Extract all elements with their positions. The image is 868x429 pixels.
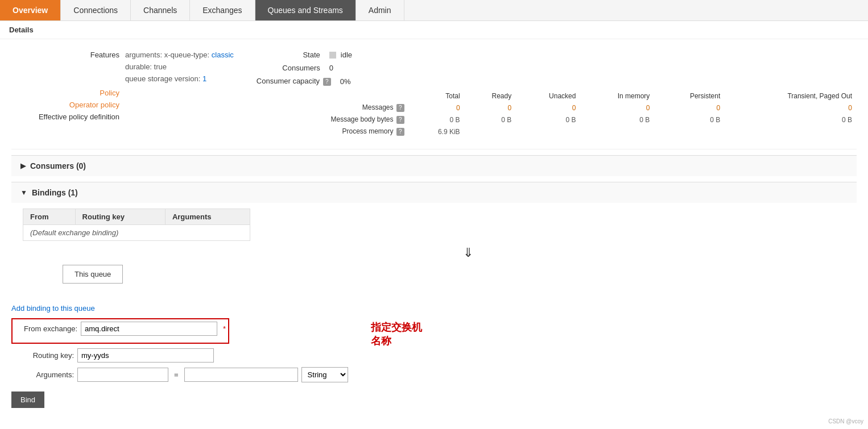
policy-row: Policy <box>11 89 234 97</box>
process-memory-help-icon[interactable]: ? <box>396 128 404 136</box>
features-label: Features <box>11 51 125 59</box>
operator-policy-row: Operator policy <box>11 101 234 109</box>
bindings-col-routing-key: Routing key <box>75 209 165 225</box>
main-content: Features arguments: x-queue-type: classi… <box>0 39 868 419</box>
col-in-memory: In memory <box>580 90 654 102</box>
messages-total: 0 <box>409 102 465 114</box>
col-ready: Ready <box>465 90 516 102</box>
annotation-line1: 指定交换机 <box>371 320 422 334</box>
col-transient: Transient, Paged Out <box>725 90 857 102</box>
bindings-section-label: Bindings (1) <box>32 188 78 197</box>
arguments-value-input[interactable] <box>184 368 298 382</box>
consumers-section-label: Consumers (0) <box>30 161 86 170</box>
arguments-row: Arguments: = String Number Boolean <box>11 367 348 382</box>
bindings-section: ▼ Bindings (1) From Routing key Argument… <box>11 182 857 298</box>
messages-unacked: 0 <box>516 102 580 114</box>
mbb-in-memory: 0 B <box>580 114 654 126</box>
operator-policy-label: Operator policy <box>11 101 125 109</box>
consumer-capacity-value: 0% <box>340 77 351 86</box>
bindings-table-row: (Default exchange binding) <box>23 225 250 241</box>
info-right: State idle Consumers 0 Consumer capacity… <box>257 51 857 138</box>
process-memory-label: Process memory ? <box>257 126 409 138</box>
message-body-bytes-row: Message body bytes ? 0 B 0 B 0 B 0 B 0 B… <box>257 114 857 126</box>
this-queue-box: This queue <box>23 265 845 293</box>
messages-row: Messages ? 0 0 0 0 0 0 <box>257 102 857 114</box>
queue-storage-link[interactable]: 1 <box>202 74 206 83</box>
bindings-col-arguments: Arguments <box>165 209 250 225</box>
bindings-arrow-icon: ▼ <box>20 189 27 197</box>
from-exchange-outline: From exchange: * <box>11 318 229 344</box>
watermark: CSDN @vcoy <box>828 418 863 419</box>
messages-transient: 0 <box>725 102 857 114</box>
state-dot-icon <box>329 52 336 59</box>
col-persistent: Persistent <box>654 90 725 102</box>
nav-connections[interactable]: Connections <box>61 0 131 20</box>
message-body-bytes-help-icon[interactable]: ? <box>396 116 404 124</box>
col-unacked: Unacked <box>516 90 580 102</box>
details-section-label: Details <box>0 21 868 39</box>
info-left: Features arguments: x-queue-type: classi… <box>11 51 234 138</box>
queue-storage-value: queue storage version: 1 <box>125 74 206 83</box>
process-memory-value: 6.9 KiB <box>409 126 465 138</box>
bindings-section-header[interactable]: ▼ Bindings (1) <box>11 182 857 203</box>
x-queue-type-link[interactable]: classic <box>212 51 234 59</box>
from-exchange-row: From exchange: * <box>15 322 226 336</box>
default-exchange-binding: (Default exchange binding) <box>23 225 250 241</box>
effective-policy-row: Effective policy definition <box>11 113 234 121</box>
features-row: Features arguments: x-queue-type: classi… <box>11 51 234 59</box>
consumers-arrow-icon: ▶ <box>20 162 26 170</box>
consumers-section: ▶ Consumers (0) <box>11 155 857 176</box>
consumers-label: Consumers <box>257 64 325 72</box>
annotation-line2: 名称 <box>371 334 422 348</box>
nav-channels[interactable]: Channels <box>131 0 190 20</box>
consumer-capacity-help-icon[interactable]: ? <box>323 78 331 86</box>
routing-key-label: Routing key: <box>11 351 74 360</box>
mbb-transient: 0 B <box>725 114 857 126</box>
messages-persistent: 0 <box>654 102 725 114</box>
state-label: State <box>257 51 325 59</box>
bindings-section-body: From Routing key Arguments (Default exch… <box>11 203 857 298</box>
arguments-key-input[interactable] <box>77 368 168 382</box>
arguments-label: Arguments: <box>11 370 74 379</box>
mbb-unacked: 0 B <box>516 114 580 126</box>
state-value: idle <box>341 51 352 59</box>
arguments-type-select[interactable]: String Number Boolean <box>301 367 348 382</box>
state-row: State idle <box>257 51 857 59</box>
messages-label: Messages ? <box>257 102 409 114</box>
nav-bar: Overview Connections Channels Exchanges … <box>0 0 868 21</box>
nav-queues-and-streams[interactable]: Queues and Streams <box>255 0 356 20</box>
nav-overview[interactable]: Overview <box>0 0 61 20</box>
consumer-capacity-row: Consumer capacity ? 0% <box>257 77 857 86</box>
bindings-col-from: From <box>23 209 76 225</box>
messages-help-icon[interactable]: ? <box>396 104 404 112</box>
equals-sign: = <box>174 370 179 379</box>
col-total: Total <box>409 90 465 102</box>
add-binding-section: Add binding to this queue From exchange:… <box>11 298 857 414</box>
required-star: * <box>223 324 226 333</box>
arrow-down-icon: ⇓ <box>23 245 845 260</box>
message-body-bytes-label: Message body bytes ? <box>257 114 409 126</box>
consumers-value: 0 <box>329 64 333 72</box>
durable-row: durable: true <box>11 63 234 71</box>
nav-exchanges[interactable]: Exchanges <box>190 0 255 20</box>
add-binding-form: From exchange: * Routing key: Arguments:… <box>11 318 348 408</box>
bindings-table: From Routing key Arguments (Default exch… <box>23 209 250 241</box>
messages-ready: 0 <box>465 102 516 114</box>
durable-label-spacer <box>11 63 125 71</box>
bind-button[interactable]: Bind <box>11 391 44 408</box>
nav-admin[interactable]: Admin <box>356 0 404 20</box>
consumers-row: Consumers 0 <box>257 64 857 72</box>
mbb-total: 0 B <box>409 114 465 126</box>
stats-table: Total Ready Unacked In memory Persistent… <box>257 90 857 138</box>
consumer-capacity-label: Consumer capacity ? <box>257 77 336 86</box>
durable-value: durable: true <box>125 63 167 71</box>
consumers-section-header[interactable]: ▶ Consumers (0) <box>11 156 857 176</box>
effective-policy-label: Effective policy definition <box>11 113 125 121</box>
from-exchange-input[interactable] <box>81 322 217 336</box>
routing-key-row: Routing key: <box>11 348 348 363</box>
routing-key-input[interactable] <box>77 348 214 363</box>
info-grid: Features arguments: x-queue-type: classi… <box>11 45 857 149</box>
mbb-persistent: 0 B <box>654 114 725 126</box>
queue-storage-row: queue storage version: 1 <box>11 74 234 83</box>
policy-label: Policy <box>11 89 125 97</box>
